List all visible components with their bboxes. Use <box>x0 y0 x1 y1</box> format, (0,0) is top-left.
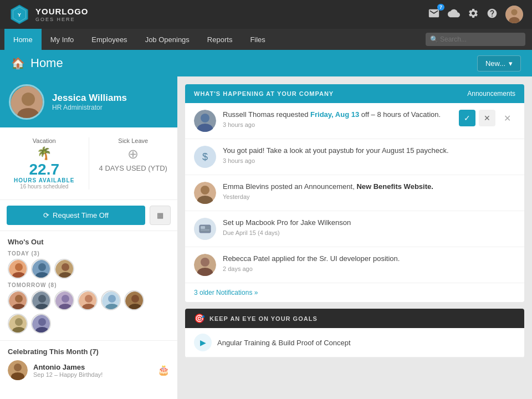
page-header: 🏠 Home New... ▾ <box>0 50 532 76</box>
profile-role: HR Administrator <box>52 104 127 111</box>
profile-section: Jessica Williams HR Administrator <box>0 76 177 127</box>
request-time-off-button[interactable]: ⟳ Request Time Off <box>7 206 145 225</box>
announcements-header: WHAT'S HAPPENING AT YOUR COMPANY Announc… <box>185 84 524 103</box>
chevron-down-icon: ▾ <box>509 59 513 68</box>
avatar-tmr-7 <box>8 314 28 334</box>
approve-button[interactable]: ✓ <box>459 110 475 126</box>
notif-avatar-2: $ <box>194 146 216 168</box>
sick-leave-block: Sick Leave ⊕ 4 DAYS USED (YTD) <box>89 133 178 194</box>
cake-icon: 🎂 <box>157 364 170 376</box>
avatar-out-1 <box>8 259 28 279</box>
svg-text:Y: Y <box>18 12 22 18</box>
celebrate-item: Antonio James Sep 12 – Happy Birthday! 🎂 <box>8 360 170 380</box>
tomorrow-out-avatars <box>8 290 170 310</box>
svg-point-31 <box>108 295 116 303</box>
logo-area: Y YOURLOGO GOES HERE <box>9 4 89 25</box>
sick-icon: ⊕ <box>94 146 173 162</box>
notification-item-4: Set up Macbook Pro for Jake Wilkenson Du… <box>185 211 524 247</box>
nav-search-wrap: 🔍 <box>426 33 525 46</box>
notification-item-3: Emma Blevins posted an Announcement, New… <box>185 175 524 211</box>
older-notifications-link[interactable]: 3 older Notifications » <box>185 283 524 302</box>
deny-button[interactable]: ✕ <box>479 110 495 126</box>
actions-row: ⟳ Request Time Off ▦ <box>0 200 177 231</box>
new-button[interactable]: New... ▾ <box>477 55 521 71</box>
calc-icon: ▦ <box>157 211 163 219</box>
page-title: Home <box>30 56 63 70</box>
cloud-icon[interactable] <box>448 7 460 22</box>
goal-item-icon: ▶ <box>194 334 212 351</box>
notifications-icon[interactable]: 7 <box>428 7 440 22</box>
vacation-icon: 🌴 <box>4 146 84 161</box>
goals-header: 🎯 KEEP AN EYE ON YOUR GOALS <box>185 309 524 328</box>
profile-info: Jessica Williams HR Administrator <box>52 93 127 111</box>
nav-item-employees[interactable]: Employees <box>83 29 136 50</box>
svg-point-13 <box>38 263 46 271</box>
nav-item-files[interactable]: Files <box>241 29 274 50</box>
notification-item-2: $ You got paid! Take a look at yout pays… <box>185 139 524 175</box>
user-avatar-top[interactable] <box>505 6 523 23</box>
refresh-icon: ⟳ <box>43 211 49 219</box>
announcements-link[interactable]: Announcements <box>467 90 515 98</box>
avatar-tmr-6 <box>124 290 144 310</box>
svg-point-58 <box>201 258 209 267</box>
svg-point-19 <box>15 295 23 303</box>
nav-item-myinfo[interactable]: My Info <box>42 29 83 50</box>
avatar-tmr-5 <box>101 290 121 310</box>
avatar-tmr-8 <box>31 314 51 334</box>
top-bar: Y YOURLOGO GOES HERE 7 <box>0 0 532 29</box>
svg-point-7 <box>22 93 35 106</box>
profile-name: Jessica Williams <box>52 93 127 104</box>
celebrate-avatar <box>8 360 28 380</box>
notif-body-2: You got paid! Take a look at yout paystu… <box>223 146 515 164</box>
notif-avatar-3 <box>194 182 216 204</box>
nav-item-jobopenings[interactable]: Job Openings <box>136 29 198 50</box>
svg-point-51 <box>201 186 209 195</box>
notif-avatar-4 <box>194 218 216 240</box>
celebrating-section: Celebrating This Month (7) Antonio James… <box>0 341 177 387</box>
notif-body-1: Russell Thomas requested Friday, Aug 13 … <box>223 110 452 128</box>
vacation-block: Vacation 🌴 22.7 HOURS AVAILABLE 16 hours… <box>0 133 89 194</box>
announcements-card: WHAT'S HAPPENING AT YOUR COMPANY Announc… <box>185 84 524 302</box>
logo-icon: Y <box>9 4 30 25</box>
notification-badge: 7 <box>437 4 444 11</box>
nav-item-home[interactable]: Home <box>4 29 42 50</box>
goals-icon: 🎯 <box>194 313 205 324</box>
profile-avatar <box>9 84 44 120</box>
notif-avatar-5 <box>194 254 216 276</box>
svg-point-4 <box>511 9 517 15</box>
goals-card: 🎯 KEEP AN EYE ON YOUR GOALS ▶ Angular Tr… <box>185 309 524 357</box>
top-icons: 7 <box>428 6 523 23</box>
calculator-button[interactable]: ▦ <box>150 206 171 225</box>
search-input[interactable] <box>426 33 525 46</box>
avatar-tmr-1 <box>8 290 28 310</box>
svg-point-40 <box>38 318 46 326</box>
avatar-tmr-4 <box>78 290 98 310</box>
svg-point-28 <box>85 295 93 303</box>
avatar-out-3 <box>54 259 74 279</box>
svg-point-10 <box>15 263 23 271</box>
svg-point-22 <box>38 295 46 303</box>
svg-point-43 <box>14 364 22 371</box>
whos-out-section: Who's Out TODAY (3) TOMORROW (8) <box>0 231 177 341</box>
time-card: Vacation 🌴 22.7 HOURS AVAILABLE 16 hours… <box>0 127 177 200</box>
today-out-avatars <box>8 259 170 279</box>
main-content: Jessica Williams HR Administrator Vacati… <box>0 76 532 399</box>
notification-item-1: Russell Thomas requested Friday, Aug 13 … <box>185 103 524 139</box>
avatar-out-2 <box>31 259 51 279</box>
tomorrow-out-avatars-row2 <box>8 314 170 334</box>
search-icon: 🔍 <box>430 35 438 43</box>
nav-item-reports[interactable]: Reports <box>198 29 242 50</box>
avatar-tmr-2 <box>31 290 51 310</box>
celebrate-info: Antonio James Sep 12 – Happy Birthday! <box>33 363 152 378</box>
svg-point-46 <box>201 114 209 122</box>
goal-item-1: ▶ Angular Training & Build Proof of Conc… <box>185 328 524 357</box>
close-button[interactable]: ✕ <box>499 110 515 126</box>
notif-avatar-1 <box>194 110 216 132</box>
svg-rect-55 <box>201 226 205 229</box>
svg-point-25 <box>62 295 69 303</box>
home-icon: 🏠 <box>11 57 25 70</box>
notification-item-5: Rebecca Patel applied for the Sr. UI dev… <box>185 247 524 283</box>
sidebar: Jessica Williams HR Administrator Vacati… <box>0 76 177 399</box>
settings-icon[interactable] <box>468 8 479 22</box>
help-icon[interactable] <box>487 8 498 22</box>
